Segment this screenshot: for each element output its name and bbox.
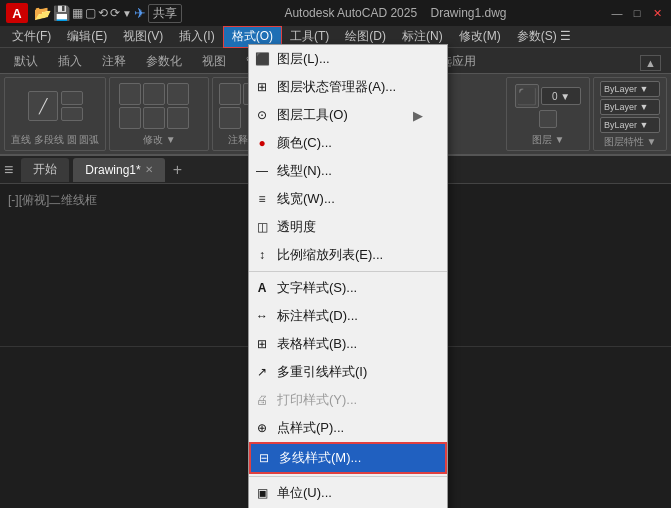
tab-view[interactable]: 视图 bbox=[192, 50, 236, 73]
menu-modify[interactable]: 修改(M) bbox=[451, 26, 509, 48]
menu-mline-style2[interactable]: ↗ 多重引线样式(I) bbox=[249, 358, 447, 386]
close-btn[interactable]: ✕ bbox=[649, 5, 665, 21]
format-menu: ⬛ 图层(L)... ⊞ 图层状态管理器(A)... ⊙ 图层工具(O) ▶ ●… bbox=[248, 44, 448, 508]
mod-btn-3[interactable] bbox=[167, 83, 189, 105]
transparency-icon: ◫ bbox=[253, 218, 271, 236]
toolbar-icon-7[interactable]: ✈ bbox=[134, 5, 146, 21]
open-icon[interactable]: 📂 bbox=[34, 5, 51, 21]
menu-mline-style[interactable]: ⊟ 多线样式(M)... bbox=[249, 442, 447, 474]
ann-btn-3[interactable] bbox=[219, 107, 241, 129]
menu-edit[interactable]: 编辑(E) bbox=[59, 26, 115, 48]
menu-linetype[interactable]: — 线型(N)... bbox=[249, 157, 447, 185]
add-tab-btn[interactable]: + bbox=[169, 161, 186, 179]
menu-color[interactable]: ● 颜色(C)... bbox=[249, 129, 447, 157]
layers-group-label: 图层 ▼ bbox=[532, 133, 565, 147]
app-title: Autodesk AutoCAD 2025 Drawing1.dwg bbox=[188, 6, 603, 20]
menu-table-style[interactable]: ⊞ 表格样式(B)... bbox=[249, 330, 447, 358]
menu-params[interactable]: 参数(S) ☰ bbox=[509, 26, 579, 48]
toolbar-icon-3[interactable]: ▦ bbox=[72, 6, 83, 20]
toolbar-icons: 📂 💾 ▦ ▢ ⟲ ⟳ ▼ ✈ 共享 bbox=[34, 4, 182, 23]
mline-icon: ⊟ bbox=[255, 449, 273, 467]
print-icon: 🖨 bbox=[253, 391, 271, 409]
tab-menu-icon[interactable]: ≡ bbox=[4, 161, 13, 179]
layer-dropdown[interactable]: 0 ▼ bbox=[541, 87, 581, 105]
dim-style-icon: ↔ bbox=[253, 307, 271, 325]
color-icon: ● bbox=[253, 134, 271, 152]
menu-file[interactable]: 文件(F) bbox=[4, 26, 59, 48]
window-controls: — □ ✕ bbox=[609, 5, 665, 21]
menu-dim-style[interactable]: ↔ 标注样式(D)... bbox=[249, 302, 447, 330]
tab-drawing1[interactable]: Drawing1* ✕ bbox=[73, 158, 164, 182]
mline2-icon: ↗ bbox=[253, 363, 271, 381]
format-dropdown-menu: ⬛ 图层(L)... ⊞ 图层状态管理器(A)... ⊙ 图层工具(O) ▶ ●… bbox=[248, 44, 448, 508]
close-drawing-icon[interactable]: ✕ bbox=[145, 164, 153, 175]
autocad-logo: A bbox=[6, 3, 28, 23]
layer-tools-icon: ⊙ bbox=[253, 106, 271, 124]
menu-text-style[interactable]: A 文字样式(S)... bbox=[249, 274, 447, 302]
layer-prop-btn[interactable] bbox=[539, 110, 557, 128]
menu-scale-list[interactable]: ↕ 比例缩放列表(E)... bbox=[249, 241, 447, 269]
layer-btn[interactable]: ⬛ bbox=[515, 84, 539, 108]
menu-insert[interactable]: 插入(I) bbox=[171, 26, 222, 48]
menu-print-style[interactable]: 🖨 打印样式(Y)... bbox=[249, 386, 447, 414]
unit-icon: ▣ bbox=[253, 484, 271, 502]
menu-transparency[interactable]: ◫ 透明度 bbox=[249, 213, 447, 241]
share-btn[interactable]: 共享 bbox=[148, 4, 182, 23]
save-icon[interactable]: 💾 bbox=[53, 5, 70, 21]
linewidth-icon: ≡ bbox=[253, 190, 271, 208]
mod-btn-6[interactable] bbox=[167, 107, 189, 129]
color-dropdown[interactable]: ByLayer ▼ bbox=[600, 81, 660, 97]
menu-layer[interactable]: ⬛ 图层(L)... bbox=[249, 45, 447, 73]
menu-unit[interactable]: ▣ 单位(U)... bbox=[249, 479, 447, 507]
draw-group-label: 直线 多段线 圆 圆弧 bbox=[11, 133, 99, 147]
submenu-arrow: ▶ bbox=[413, 108, 423, 123]
toolbar-icon-4[interactable]: ▢ bbox=[85, 6, 96, 20]
separator-2 bbox=[249, 476, 447, 477]
mod-btn-4[interactable] bbox=[119, 107, 141, 129]
separator-1 bbox=[249, 271, 447, 272]
menu-point-style[interactable]: ⊕ 点样式(P)... bbox=[249, 414, 447, 442]
linetype-icon: — bbox=[253, 162, 271, 180]
draw-btn-1[interactable] bbox=[61, 91, 83, 105]
scale-icon: ↕ bbox=[253, 246, 271, 264]
linetype-dropdown[interactable]: ByLayer ▼ bbox=[600, 99, 660, 115]
table-style-icon: ⊞ bbox=[253, 335, 271, 353]
menu-layer-tools[interactable]: ⊙ 图层工具(O) ▶ bbox=[249, 101, 447, 129]
menu-view[interactable]: 视图(V) bbox=[115, 26, 171, 48]
tab-insert[interactable]: 插入 bbox=[48, 50, 92, 73]
title-bar: A 📂 💾 ▦ ▢ ⟲ ⟳ ▼ ✈ 共享 Autodesk AutoCAD 20… bbox=[0, 0, 671, 26]
menu-layer-state[interactable]: ⊞ 图层状态管理器(A)... bbox=[249, 73, 447, 101]
tab-start[interactable]: 开始 bbox=[21, 158, 69, 182]
toolbar-icon-5[interactable]: ⟲ bbox=[98, 6, 108, 20]
mod-btn-1[interactable] bbox=[119, 83, 141, 105]
tab-annotation[interactable]: 注释 bbox=[92, 50, 136, 73]
draw-line-btn[interactable]: ╱ bbox=[28, 91, 58, 121]
mod-btn-5[interactable] bbox=[143, 107, 165, 129]
tab-default[interactable]: 默认 bbox=[4, 50, 48, 73]
undo-dropdown[interactable]: ▼ bbox=[122, 8, 132, 19]
tab-params[interactable]: 参数化 bbox=[136, 50, 192, 73]
mod-btn-2[interactable] bbox=[143, 83, 165, 105]
toolbar-icon-6[interactable]: ⟳ bbox=[110, 6, 120, 20]
modify-group-label: 修改 ▼ bbox=[143, 133, 176, 147]
maximize-btn[interactable]: □ bbox=[629, 5, 645, 21]
draw-btn-2[interactable] bbox=[61, 107, 83, 121]
point-style-icon: ⊕ bbox=[253, 419, 271, 437]
layer-icon: ⬛ bbox=[253, 50, 271, 68]
minimize-btn[interactable]: — bbox=[609, 5, 625, 21]
ann-btn-1[interactable] bbox=[219, 83, 241, 105]
properties-group-label: 图层特性 ▼ bbox=[604, 135, 657, 149]
menu-linewidth[interactable]: ≡ 线宽(W)... bbox=[249, 185, 447, 213]
view-label: [-][俯视]二维线框 bbox=[8, 192, 97, 209]
text-style-icon: A bbox=[253, 279, 271, 297]
linewidth-dropdown[interactable]: ByLayer ▼ bbox=[600, 117, 660, 133]
layer-state-icon: ⊞ bbox=[253, 78, 271, 96]
ribbon-collapse-btn[interactable]: ▲ bbox=[640, 55, 661, 71]
